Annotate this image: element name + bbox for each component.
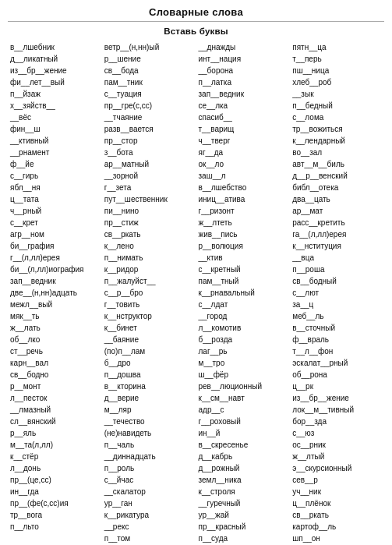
- list-item: __рнамент: [10, 147, 100, 158]
- list-item: иниц__атива: [199, 194, 288, 205]
- list-item: карн__вал: [10, 358, 100, 369]
- list-item: р__волюция: [199, 241, 288, 252]
- list-item: земл__ника: [199, 475, 288, 486]
- list-item: п__бедный: [292, 101, 382, 111]
- list-item: пятн__ца: [292, 42, 382, 53]
- list-item: два__цать: [292, 194, 382, 205]
- list-item: м__ляр: [104, 405, 194, 416]
- list-item: пр__стор: [104, 136, 194, 147]
- list-item: д__рожный: [199, 463, 288, 474]
- list-item: м__та(л,лл): [10, 440, 100, 451]
- column-3: __днаждыинт__нация__боронап__латказап__в…: [196, 42, 291, 544]
- list-item: разв__вается: [104, 124, 194, 135]
- list-item: п__том: [104, 533, 194, 544]
- list-item: __баяние: [104, 334, 194, 345]
- list-item: бор__зда: [292, 416, 382, 427]
- list-item: п__роша: [292, 264, 382, 275]
- list-item: з__бота: [104, 147, 194, 158]
- list-item: ц__тата: [10, 194, 100, 205]
- list-item: с__юз: [292, 428, 382, 439]
- list-item: ц__рк: [292, 381, 382, 392]
- list-item: р__монт: [10, 381, 100, 392]
- list-item: пш__ница: [292, 65, 382, 76]
- list-item: межл__вый: [10, 299, 100, 310]
- list-item: пр__красный: [199, 522, 288, 533]
- list-item: ар__мат: [292, 206, 382, 217]
- list-item: пр__стиж: [104, 218, 194, 228]
- list-item: в__сточный: [292, 323, 382, 334]
- list-item: д__кабрь: [199, 451, 288, 462]
- list-item: __лмазный: [10, 405, 100, 416]
- list-item: ж__лтеть: [199, 218, 288, 228]
- list-item: д__р__венский: [292, 171, 382, 182]
- list-item: с__лют: [292, 288, 382, 299]
- list-item: т__л__фон: [292, 346, 382, 357]
- list-item: лаг__рь: [199, 346, 288, 357]
- list-item: пам__тный: [199, 276, 288, 287]
- list-item: ч__тверг: [199, 136, 288, 147]
- list-item: __зык: [292, 89, 382, 100]
- list-item: из__бр__жение: [10, 65, 100, 76]
- list-item: из__бр__жение: [292, 393, 382, 404]
- list-item: к__нституция: [292, 241, 382, 252]
- list-item: с__кретный: [199, 264, 288, 275]
- list-item: во__зал: [292, 147, 382, 158]
- list-item: __вца: [292, 253, 382, 264]
- list-item: се__лка: [199, 101, 288, 111]
- list-item: св__бодный: [292, 276, 382, 287]
- list-item: г__роховый: [199, 416, 288, 427]
- list-item: меб__ль: [292, 311, 382, 322]
- list-item: ябл__ня: [10, 182, 100, 193]
- list-item: ф__йе: [10, 159, 100, 170]
- list-item: __рекс: [104, 522, 194, 533]
- list-item: ш__фёр: [199, 370, 288, 380]
- list-item: к__бинет: [104, 323, 194, 334]
- list-item: св__бодно: [10, 370, 100, 380]
- list-item: с__гирь: [10, 171, 100, 182]
- list-item: сл__вянский: [10, 416, 100, 427]
- list-item: д__ликатный: [10, 54, 100, 65]
- list-item: г__товить: [104, 299, 194, 310]
- list-item: ин__й: [199, 428, 288, 439]
- list-item: п__суда: [199, 533, 288, 544]
- list-item: би__графия: [10, 241, 100, 252]
- list-item: уч__ник: [292, 487, 382, 497]
- list-item: р__шение: [104, 54, 194, 65]
- list-item: к__см__навт: [199, 393, 288, 404]
- sub-title: Вставь буквы: [8, 27, 384, 36]
- list-item: в__скресенье: [199, 440, 288, 451]
- list-item: __течество: [104, 416, 194, 427]
- list-item: в__лшебник: [10, 42, 100, 53]
- list-item: зап__ведник: [10, 276, 100, 287]
- list-item: п__жалуйст__: [104, 276, 194, 287]
- list-item: лок__м__тивный: [292, 405, 382, 416]
- list-item: т__перь: [292, 54, 382, 65]
- list-item: мяк__ть: [10, 311, 100, 322]
- list-item: пи__нино: [104, 206, 194, 217]
- list-item: __скалатор: [104, 487, 194, 497]
- list-item: пр__гре(с,сс): [104, 101, 194, 111]
- list-item: ж__лтый: [292, 451, 382, 462]
- list-item: р__яль: [10, 428, 100, 439]
- list-item: расс__кретить: [292, 218, 382, 228]
- list-item: г__зета: [104, 182, 194, 193]
- list-item: в__кторина: [104, 381, 194, 392]
- divider: [8, 21, 384, 22]
- list-item: заш__л: [199, 171, 288, 182]
- list-item: (не)навидеть: [104, 428, 194, 439]
- list-item: фин__ш: [10, 124, 100, 135]
- list-item: __город: [199, 311, 288, 322]
- list-item: __ктив: [199, 253, 288, 264]
- list-item: __зорной: [104, 171, 194, 182]
- list-item: __тчаяние: [104, 112, 194, 123]
- list-item: ф__враль: [292, 334, 382, 345]
- list-item: ок__ло: [199, 159, 288, 170]
- list-item: г__(л,лл)ерея: [10, 253, 100, 264]
- list-item: ж__лать: [10, 323, 100, 334]
- list-item: п__нимать: [104, 253, 194, 264]
- list-item: фи__лет__вый: [10, 77, 100, 88]
- list-item: две__(н,нн)адцать: [10, 288, 100, 299]
- list-item: пр__(фе(с,сс)ия: [10, 498, 100, 509]
- main-title: Словарные слова: [8, 6, 384, 18]
- columns: в__лшебникд__ликатныйиз__бр__жениефи__ле…: [8, 42, 384, 544]
